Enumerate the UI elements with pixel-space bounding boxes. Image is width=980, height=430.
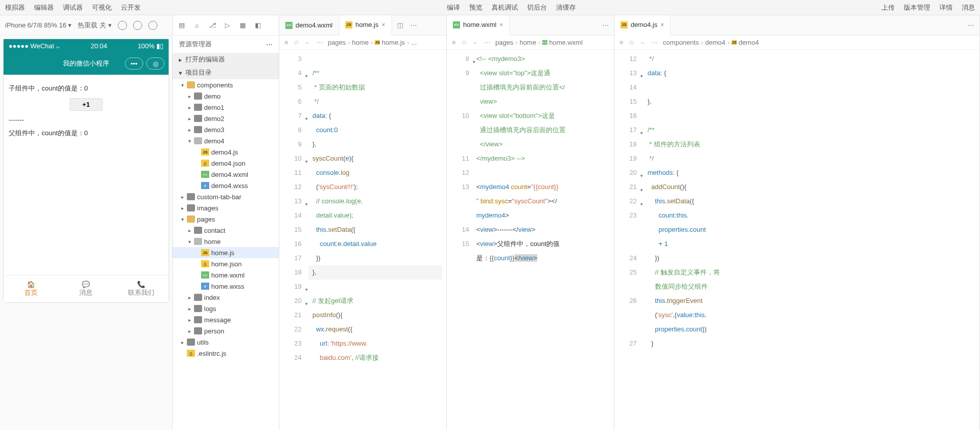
more-icon[interactable]: ⋯ [484,39,491,46]
menu-item[interactable]: 详情 [939,3,953,12]
code-3[interactable]: 1213▾14151617▾181920▾21▾22▾2324252627 */… [614,50,979,430]
phone-tab-0[interactable]: 🏠首页 [4,275,58,302]
more-icon[interactable]: ⋯ [968,21,974,29]
close-icon[interactable]: × [382,21,385,28]
docker-icon[interactable]: ◧ [254,21,262,29]
capsule-close-icon[interactable]: ◎ [146,57,165,70]
tree-node[interactable]: ▸demo2 [173,113,279,124]
debug-icon[interactable]: ▷ [223,21,232,29]
menu-left: 模拟器编辑器调试器可视化云开发 [5,3,141,12]
branch-icon[interactable]: ⎇ [208,21,216,29]
files-icon[interactable]: ▤ [178,21,186,29]
bookmark-icon[interactable]: ☆ [293,39,300,46]
tab-home-js[interactable]: JShome.js× [339,15,392,36]
crumb[interactable]: demo4 [705,39,726,46]
crumb[interactable]: pages [496,39,513,46]
tab-home-wxml[interactable]: <>home.wxml× [447,15,510,36]
more-icon[interactable]: ⋯ [266,41,273,48]
plus-one-button[interactable]: +1 [70,98,103,111]
search-icon[interactable]: ⌕ [193,21,201,29]
menu-item[interactable]: 可视化 [92,3,112,12]
phone-tab-1[interactable]: 💬消息 [58,275,113,302]
tree-node[interactable]: {}demo4.json [173,158,279,169]
split-icon[interactable]: ◫ [397,21,403,29]
tree-node[interactable]: ▾demo4 [173,135,279,146]
bookmark-icon[interactable]: ☆ [629,39,635,46]
menu-item[interactable]: 预览 [469,3,482,12]
ext-icon[interactable]: ▦ [239,21,247,29]
tree-node[interactable]: ▸index [173,292,279,303]
hotreload-select[interactable]: 热重载 关 ▾ [78,21,111,30]
code-2[interactable]: 8▾9101112131415<!-- <mydemo3> <view slot… [447,50,614,430]
tree-node[interactable]: ▸demo1 [173,102,279,113]
list-icon[interactable]: ≡ [452,39,456,46]
menu-item[interactable]: 调试器 [63,3,83,12]
tab-demo4-wxml[interactable]: <>demo4.wxml [279,15,339,36]
tree-node[interactable]: <>demo4.wxml [173,169,279,180]
crumb[interactable]: home.wxml [549,39,583,46]
orient-icon[interactable] [148,21,157,30]
menu-item[interactable]: 云开发 [121,3,141,12]
phone-tabbar: 🏠首页💬消息📞联系我们 [4,275,169,302]
tree-node[interactable]: ▾home [173,236,279,247]
back-icon[interactable]: ← [640,39,646,46]
breadcrumb-2: ≡ ☆ ← ⋯ pages› home› <>home.wxml [447,36,614,50]
close-icon[interactable]: × [661,21,664,28]
code-1[interactable]: 34▾567▾8910▾111213▾141516171819▾20▾21222… [279,50,446,430]
menu-item[interactable]: 切后台 [527,3,547,12]
menu-item[interactable]: 模拟器 [5,3,25,12]
more-icon[interactable]: ⋯ [316,39,323,46]
tree-node[interactable]: ▸logs [173,303,279,314]
editor-col-3: JSdemo4.js× ⋯ ≡ ☆ ← ⋯ components› demo4›… [614,15,980,430]
crumb[interactable]: demo4 [739,39,759,46]
project-section[interactable]: ▾项目目录 [173,66,279,79]
more-icon[interactable]: ⋯ [602,21,609,29]
back-icon[interactable]: ← [305,39,311,46]
tree-node[interactable]: ▸demo [173,90,279,102]
tree-node[interactable]: #demo4.wxss [173,180,279,191]
phone-tab-2[interactable]: 📞联系我们 [114,275,169,302]
tree-node[interactable]: ▸images [173,202,279,213]
tree-node[interactable]: JShome.js [173,247,279,258]
crumb[interactable]: home.js [382,39,405,46]
stop-icon[interactable] [133,21,142,30]
close-icon[interactable]: × [500,21,503,28]
tab-demo4-js[interactable]: JSdemo4.js× [614,15,671,36]
tree-node[interactable]: ▾pages [173,213,279,225]
open-editors-section[interactable]: ▸打开的编辑器 [173,53,279,66]
crumb[interactable]: pages [328,39,346,46]
tree-node[interactable]: JSdemo4.js [173,146,279,158]
capsule-menu-icon[interactable]: ••• [125,57,143,70]
crumb[interactable]: components [663,39,699,46]
tree-node[interactable]: ▸demo3 [173,124,279,135]
menu-item[interactable]: 上传 [881,3,895,12]
tree-node[interactable]: #home.wxss [173,281,279,292]
tree-node[interactable]: ▸contact [173,225,279,236]
more-icon[interactable]: ⋯ [410,21,417,29]
tree-node[interactable]: ▸utils [173,336,279,348]
phone-body: 子组件中，count的值是：0 +1 ------- 父组件中，count的值是… [4,75,169,302]
tree-node[interactable]: <>home.wxml [173,269,279,281]
refresh-icon[interactable] [118,21,127,30]
more-icon[interactable]: ⋯ [651,39,658,46]
bookmark-icon[interactable]: ☆ [461,39,467,46]
tree-node[interactable]: ▸custom-tab-bar [173,191,279,202]
back-icon[interactable]: ← [472,39,479,46]
menu-item[interactable]: 版本管理 [904,3,930,12]
list-icon[interactable]: ≡ [619,39,624,46]
tree-node[interactable]: ▾components [173,79,279,90]
list-icon[interactable]: ≡ [284,39,288,46]
menu-item[interactable]: 消息 [962,3,975,12]
tree-node[interactable]: {}home.json [173,258,279,269]
crumb[interactable]: home [352,39,369,46]
app-title: 我的微信小程序 [63,59,109,68]
tree-node[interactable]: ▸message [173,314,279,325]
menu-item[interactable]: 真机调试 [492,3,518,12]
menu-item[interactable]: 编辑器 [34,3,54,12]
tree-node[interactable]: ▸person [173,325,279,336]
device-select[interactable]: iPhone 6/7/8 85% 16 ▾ [5,21,72,29]
tree-node[interactable]: {}.eslintrc.js [173,348,279,359]
menu-item[interactable]: 清缓存 [556,3,576,12]
crumb[interactable]: home [519,39,536,46]
menu-item[interactable]: 编译 [447,3,460,12]
